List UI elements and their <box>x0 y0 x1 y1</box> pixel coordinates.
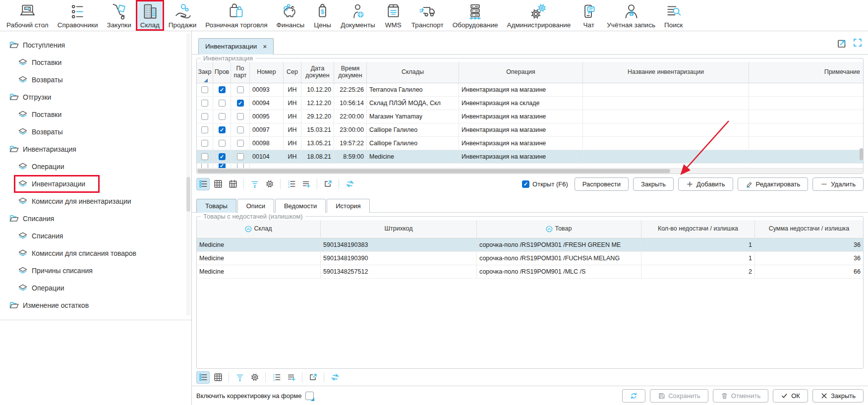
cell-closed[interactable] <box>197 83 213 96</box>
cell-by-batch[interactable] <box>231 137 250 150</box>
enable-correction-toggle[interactable]: Включить корректировку на форме <box>196 392 314 400</box>
sidebar-item-inventory[interactable]: Инвентаризация <box>0 140 191 158</box>
table1-col-3[interactable]: Номер <box>250 62 284 83</box>
top-nav-retail[interactable]: Розничная торговля <box>201 0 272 31</box>
table1-horizontal-scrollbar[interactable] <box>197 168 863 174</box>
table2-row-1[interactable]: Medicine5901348190390сорочка-поло /RS19P… <box>197 252 863 265</box>
posted-checkbox[interactable] <box>219 100 226 107</box>
cell-posted[interactable] <box>213 123 231 136</box>
cell-closed[interactable] <box>197 150 213 163</box>
view-grid-toolbar-button[interactable] <box>211 371 225 384</box>
close-button[interactable]: Закрыть <box>812 389 864 403</box>
table1-col-5[interactable]: Дата докумен <box>301 62 334 83</box>
cell-closed[interactable] <box>197 97 213 110</box>
table1-col-8[interactable]: Операция <box>459 62 583 83</box>
filter-toolbar-button[interactable] <box>248 178 261 190</box>
table1-row-00104[interactable]: 00104ИН18.08.218:59:00MedicineИнвентариз… <box>197 150 863 164</box>
table1-row-00097[interactable]: 00097ИН15.03.2123:00:00Calliope ГалилеоИ… <box>197 123 863 137</box>
cell-by-batch[interactable] <box>231 110 250 123</box>
gear-toolbar-button[interactable] <box>263 178 276 190</box>
cell-posted[interactable] <box>213 150 231 163</box>
sidebar-item-receipts[interactable]: Поступления <box>0 36 191 54</box>
table1-row-00095[interactable]: 00095ИН29.12.2022:00:00Магазин YamamayИн… <box>197 110 863 123</box>
tab-lists[interactable]: Описи <box>237 199 274 213</box>
sidebar-item-writeoff-commissions[interactable]: Комиссии для списания товаров <box>0 244 191 262</box>
cell-by-batch[interactable] <box>231 83 250 96</box>
sidebar-item-shipments-supplies[interactable]: Поставки <box>0 106 191 123</box>
fullscreen-icon[interactable] <box>852 37 863 48</box>
closed-checkbox[interactable] <box>201 113 208 120</box>
unpost-button[interactable]: Распровести <box>575 177 629 191</box>
top-nav-search[interactable]: Поиск <box>660 0 687 31</box>
close-doc-button[interactable]: Закрыть <box>633 177 674 191</box>
by-batch-checkbox[interactable] <box>237 113 244 120</box>
open-f6-toggle[interactable]: Открыт (F6) <box>522 180 568 188</box>
table2-row-0[interactable]: Medicine5901348190383сорочка-поло /RS19P… <box>197 238 863 252</box>
view-list-toolbar-button[interactable] <box>196 371 210 384</box>
sidebar-item-receipts-supplies[interactable]: Поставки <box>0 54 191 71</box>
filter-toolbar-button[interactable] <box>233 371 246 384</box>
closed-checkbox[interactable] <box>201 153 208 160</box>
by-batch-checkbox[interactable] <box>237 100 244 107</box>
top-nav-warehouse[interactable]: Склад <box>136 0 164 31</box>
table1-col-9[interactable]: Название инвентаризации <box>583 62 749 83</box>
numbered-list-toolbar-button[interactable]: 123 <box>285 178 298 190</box>
tab-history[interactable]: История <box>327 199 369 213</box>
closed-checkbox[interactable] <box>201 86 208 93</box>
sidebar-item-writeoff-reasons[interactable]: Причины списания <box>0 262 191 279</box>
reload-toolbar-button[interactable] <box>343 178 356 190</box>
add-button[interactable]: Добавить <box>678 177 733 191</box>
sidebar-item-inventory-operations[interactable]: Операции <box>0 158 191 175</box>
cell-closed[interactable] <box>197 164 213 168</box>
reload-toolbar-button[interactable] <box>328 371 342 384</box>
sidebar-item-stock-change[interactable]: Изменение остатков <box>0 296 191 314</box>
cell-closed[interactable] <box>197 123 213 136</box>
view-list-toolbar-button[interactable] <box>196 178 210 190</box>
by-batch-checkbox[interactable] <box>237 126 244 133</box>
sidebar-item-writeoffs-list[interactable]: Списания <box>0 227 191 244</box>
delete-button[interactable]: Удалить <box>812 177 864 191</box>
numbered-list-toolbar-button[interactable]: 123 <box>270 371 283 384</box>
cell-posted[interactable] <box>213 83 231 96</box>
scrollbar-thumb[interactable] <box>197 169 670 173</box>
table1-col-1[interactable]: Пров <box>213 62 231 83</box>
posted-checkbox[interactable] <box>219 140 226 147</box>
sidebar-item-inventory-commissions[interactable]: Комиссии для инвентаризации <box>0 192 191 210</box>
top-nav-finance[interactable]: Финансы <box>272 0 309 31</box>
cell-posted[interactable] <box>213 110 231 123</box>
cell-by-batch[interactable] <box>231 150 250 163</box>
table2-col-3[interactable]: Кол-во недостачи / излишка <box>641 220 755 238</box>
posted-checkbox[interactable] <box>219 113 226 120</box>
table2-col-2[interactable]: Товар <box>477 220 641 238</box>
gear-toolbar-button[interactable] <box>248 371 261 384</box>
refresh-button[interactable] <box>622 389 645 403</box>
table1-col-2[interactable]: По парт <box>231 62 250 83</box>
top-nav-desktop[interactable]: Рабочий стол <box>2 0 53 31</box>
export-toolbar-button[interactable] <box>306 371 320 384</box>
top-nav-wms[interactable]: WMS <box>380 0 407 31</box>
table1-col-6[interactable]: Время докумен <box>334 62 367 83</box>
top-nav-purchases[interactable]: Закупки <box>103 0 136 31</box>
closed-checkbox[interactable] <box>201 100 208 107</box>
table1-row-00093[interactable]: 00093ИН10.12.2022:25:26Terranova Галилео… <box>197 83 863 97</box>
top-nav-documents[interactable]: Документы <box>336 0 380 31</box>
top-nav-equipment[interactable]: Оборудование <box>448 0 503 31</box>
by-batch-checkbox[interactable] <box>237 164 244 168</box>
by-batch-checkbox[interactable] <box>237 140 244 147</box>
cell-closed[interactable] <box>197 110 213 123</box>
table1-row-partial[interactable] <box>197 164 863 168</box>
export-toolbar-button[interactable] <box>321 178 335 190</box>
posted-checkbox[interactable] <box>219 86 226 93</box>
table2-col-4[interactable]: Сумма недостачи / излишка <box>755 220 863 238</box>
table1-vertical-scrollbar-thumb[interactable] <box>860 148 863 160</box>
cell-posted[interactable] <box>213 137 231 150</box>
cell-by-batch[interactable] <box>231 123 250 136</box>
closed-checkbox[interactable] <box>201 140 208 147</box>
view-grid-toolbar-button[interactable] <box>211 178 225 190</box>
posted-checkbox[interactable] <box>219 126 226 133</box>
sidebar-item-receipts-returns[interactable]: Возвраты <box>0 71 191 88</box>
posted-checkbox[interactable] <box>219 153 226 160</box>
top-nav-sales[interactable]: Продажи <box>164 0 201 31</box>
sidebar-scrollbar[interactable] <box>186 33 190 316</box>
table2-col-0[interactable]: Склад <box>197 220 321 238</box>
